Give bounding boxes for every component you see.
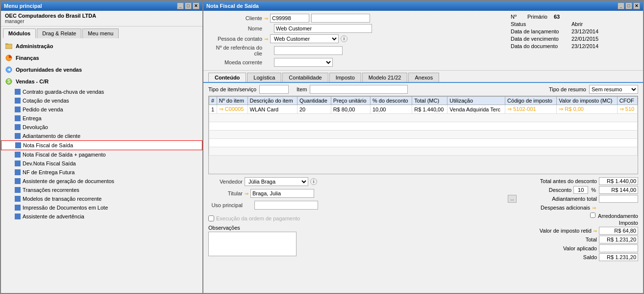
- right-close-button[interactable]: ✕: [633, 2, 640, 9]
- menu-item-impressao[interactable]: Impressão de Documentos em Lote: [1, 203, 202, 212]
- cliente-name-field[interactable]: [311, 14, 370, 23]
- imposto-label: Imposto: [560, 220, 638, 226]
- minimize-button[interactable]: _: [177, 2, 184, 9]
- vendedor-select[interactable]: Júlia Braga: [245, 177, 308, 186]
- col-desconto: % do desconto: [370, 97, 412, 105]
- pessoa-select[interactable]: Web Customer: [270, 34, 339, 43]
- total-value: R$ 1.231,20: [599, 236, 638, 243]
- tab-imposto[interactable]: Imposto: [329, 73, 361, 82]
- observacoes-label: Observações: [208, 225, 452, 231]
- empty-row-5: [209, 147, 638, 156]
- section-oportunidades[interactable]: Oportunidades de vendas: [1, 64, 202, 76]
- adiantamento-dots-btn[interactable]: ...: [508, 195, 517, 203]
- tab-modulos[interactable]: Módulos: [3, 28, 36, 38]
- company-info: OEC Computadores do Brasil LTDA manager: [1, 11, 202, 27]
- val-imposto-arrow: ⇒: [559, 106, 563, 112]
- cell-item-arrow: ⇒: [219, 106, 223, 112]
- right-titlebar-controls: _ □ ✕: [618, 2, 640, 9]
- tab-modelo[interactable]: Modelo 21/22: [362, 73, 408, 82]
- pessoa-row: Pessoa de contato ⇒ Web Customer i: [208, 34, 501, 43]
- tab-conteudo[interactable]: Conteúdo: [208, 73, 246, 82]
- observacoes-field[interactable]: [208, 232, 297, 256]
- company-name: OEC Computadores do Brasil LTDA: [5, 13, 198, 19]
- tab-drag-relate[interactable]: Drag & Relate: [37, 28, 81, 38]
- item-field[interactable]: [310, 85, 408, 94]
- menu-item-contrato[interactable]: Contrato guarda-chuva de vendas: [1, 87, 202, 96]
- adiantamento-row: ... Adiantamento total: [462, 195, 638, 203]
- arredondamento-checkbox[interactable]: [590, 213, 595, 218]
- col-item: Nº do item: [217, 97, 248, 105]
- item-icon-advertencia: [15, 214, 21, 219]
- total-antes-value: R$ 1.440,00: [599, 177, 638, 185]
- menu-item-nf-entrega[interactable]: NF de Entrega Futura: [1, 168, 202, 177]
- execucao-checkbox[interactable]: [208, 215, 214, 221]
- tab-logistica[interactable]: Logística: [247, 73, 281, 82]
- close-button[interactable]: ✕: [193, 2, 199, 9]
- right-restore-button[interactable]: □: [625, 2, 632, 9]
- cliente-field[interactable]: [270, 14, 309, 23]
- tipo-item-field[interactable]: [259, 85, 289, 94]
- menu-item-adiantamento[interactable]: Adiantamento de cliente: [1, 132, 202, 140]
- val-imposto-retido-row: Valor de imposto retid ⇒ R$ 64,80: [462, 227, 638, 235]
- item-label: Item: [297, 86, 307, 92]
- col-preco: Preço unitário: [331, 97, 370, 105]
- menu-item-transacoes[interactable]: Transações recorrentes: [1, 186, 202, 194]
- menu-item-pedido[interactable]: Pedido de venda: [1, 105, 202, 114]
- menu-item-entrega[interactable]: Entrega: [1, 114, 202, 123]
- menu-item-nota-fiscal[interactable]: Nota Fiscal de Saída: [1, 140, 202, 150]
- section-administracao[interactable]: Administração: [1, 40, 202, 52]
- desconto-row: Desconto % R$ 144,00: [462, 186, 638, 194]
- bottom-left-form: Vendedor Júlia Braga i Titular ⇒ Uso pri…: [208, 177, 452, 261]
- restore-button[interactable]: □: [185, 2, 192, 9]
- nome-label: Nome: [208, 26, 262, 31]
- tab-contabilidade[interactable]: Contabilidade: [282, 73, 328, 82]
- cell-descricao: WLAN Card: [248, 105, 297, 114]
- item-icon-entrega: [15, 115, 21, 121]
- moeda-row: Moeda corrente: [208, 58, 501, 67]
- titular-field[interactable]: [250, 189, 314, 198]
- col-total: Total (MC): [412, 97, 447, 105]
- col-num: #: [209, 97, 217, 105]
- section-vendas[interactable]: $ Vendas - C/R: [1, 76, 202, 87]
- menu-item-advertencia[interactable]: Assistente de advertência: [1, 212, 202, 221]
- menu-item-devolucao[interactable]: Devolução: [1, 123, 202, 132]
- referencia-field[interactable]: [274, 46, 343, 55]
- moeda-select[interactable]: [274, 58, 333, 67]
- tab-anexos[interactable]: Anexos: [408, 73, 439, 82]
- table-row[interactable]: 1 ⇒ C00005 WLAN Card 20 R$ 80,00 10,00 R…: [209, 105, 638, 114]
- documento-row: Data do documento 23/12/2014: [511, 43, 638, 49]
- svg-text:$: $: [7, 78, 10, 84]
- vencimento-row: Data de vencimento 22/01/2015: [511, 36, 638, 42]
- pessoa-info-icon[interactable]: i: [341, 35, 347, 42]
- despesas-row: Despesas adicionais ⇒: [462, 204, 638, 212]
- menu-item-modelos[interactable]: Modelos de transação recorrente: [1, 194, 202, 203]
- val-imposto-retido-value: R$ 64,80: [599, 227, 638, 235]
- item-icon-devolucao: [15, 124, 21, 130]
- documento-value: 23/12/2014: [571, 43, 598, 49]
- titular-label: Titular: [208, 190, 243, 196]
- desconto-percent[interactable]: [573, 186, 588, 194]
- tab-meu-menu[interactable]: Meu menu: [82, 28, 119, 38]
- uso-field[interactable]: [254, 201, 318, 210]
- empty-row-4: [209, 139, 638, 147]
- item-icon-contrato: [15, 89, 21, 95]
- menu-item-assistente[interactable]: Assistente de geração de documentos: [1, 177, 202, 186]
- item-icon-nota-fiscal: [15, 142, 21, 148]
- left-title: Menu principal: [4, 3, 42, 9]
- tipo-resumo-select[interactable]: Sem resumo: [589, 85, 638, 94]
- desconto-value: R$ 144,00: [599, 186, 638, 194]
- vendedor-label: Vendedor: [208, 179, 243, 185]
- menu-item-dev-nota[interactable]: Dev.Nota Fiscal Saída: [1, 159, 202, 168]
- observacoes-section: Observações: [208, 225, 452, 257]
- vendedor-info-icon[interactable]: i: [310, 178, 317, 185]
- arredondamento-label: Arredondamento: [598, 213, 638, 219]
- section-financas[interactable]: Finanças: [1, 52, 202, 64]
- right-minimize-button[interactable]: _: [618, 2, 624, 9]
- menu-item-cotacao[interactable]: Cotação de vendas: [1, 96, 202, 105]
- menu-item-nota-fiscal-pag[interactable]: Nota Fiscal de Saída + pagamento: [1, 150, 202, 159]
- nome-field[interactable]: [274, 24, 372, 33]
- cell-val-imposto: ⇒ R$ 0,00: [557, 105, 617, 114]
- cliente-label: Cliente: [208, 15, 262, 21]
- item-icon-cotacao: [15, 98, 21, 104]
- valor-aplicado-value: [599, 244, 638, 252]
